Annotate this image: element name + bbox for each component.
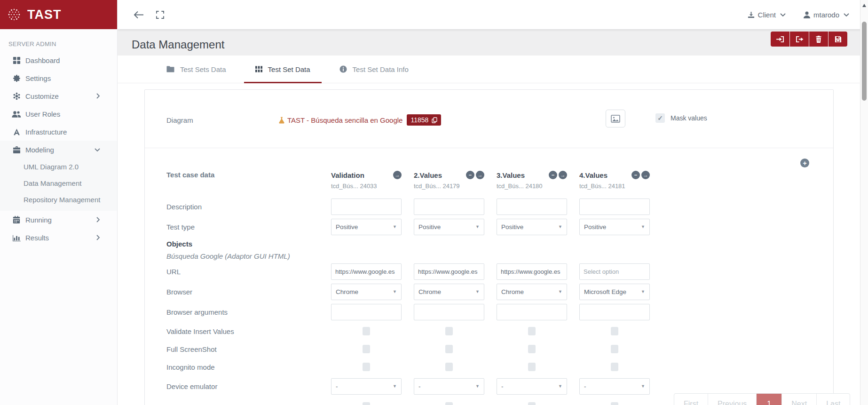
validate-insert-values-checkbox-4[interactable] [611,327,618,335]
tab-test-sets-data[interactable]: Test Sets Data [155,56,237,83]
minus-circle-icon[interactable]: − [549,171,557,179]
chevron-down-icon: ▼ [393,384,397,389]
url-input-2[interactable] [414,263,484,280]
import-button[interactable] [771,32,789,47]
diagram-id: 11858 [410,116,428,124]
sidebar-subitem-repository-management[interactable]: Repository Management [0,191,117,208]
page-next[interactable]: Next [782,394,817,405]
browser-select-1[interactable]: Chrome▼ [331,284,402,300]
device-emulator-select-3[interactable]: -▼ [497,378,567,395]
arrow-circle-icon[interactable]: → [476,171,484,179]
diagram-id-badge[interactable]: 11858 [407,114,441,126]
test-type-select-3[interactable]: Positive▼ [497,219,567,235]
sidebar-subitem-uml-diagram-2-0[interactable]: UML Diagram 2.0 [0,159,117,175]
full-screenshot-checkbox-3[interactable] [528,345,536,353]
page-previous[interactable]: Previous [708,394,757,405]
test-type-select-1[interactable]: Positive▼ [331,219,402,235]
copy-icon [432,117,437,123]
fullscreen-icon[interactable] [156,11,164,19]
diagram-link[interactable]: TAST - Búsqueda sencilla en Google [278,116,402,124]
mask-values-checkbox[interactable]: ✓ [655,113,665,123]
chevron-down-icon: ▼ [475,289,480,294]
device-emulator-select-1[interactable]: -▼ [331,378,402,395]
export-button[interactable] [790,32,809,47]
description-input-2[interactable] [414,199,484,215]
scrollbar-up-arrow[interactable] [862,4,866,7]
sidebar-item-customize[interactable]: Customize [0,87,117,105]
select-value: Chrome [418,288,441,295]
page-first[interactable]: First [674,394,708,405]
browser-select-3[interactable]: Chrome▼ [497,284,567,300]
url-input-1[interactable] [331,263,402,280]
sidebar-item-label: Customize [25,92,59,100]
validate-insert-values-checkbox-2[interactable] [445,327,453,335]
full-screenshot-checkbox-1[interactable] [363,345,370,353]
browser-select-2[interactable]: Chrome▼ [414,284,484,300]
page-last[interactable]: Last [817,394,850,405]
url-input-4[interactable] [579,263,650,280]
tab-test-set-data-info[interactable]: Test Set Data Info [328,56,420,83]
description-input-1[interactable] [331,199,402,215]
incognito-mode-checkbox-4[interactable] [611,363,618,371]
sidebar-subitem-data-management[interactable]: Data Management [0,175,117,191]
diagram-image-button[interactable] [606,110,625,127]
column-header-validation: Validation→tcd_Bús... 24033 [331,171,402,190]
user-menu-label: mtarodo [813,11,839,19]
page-1[interactable]: 1 [757,394,782,405]
incognito-mode-checkbox-3[interactable] [528,363,536,371]
validate-insert-values-checkbox-3[interactable] [528,327,536,335]
device-emulator-select-2[interactable]: -▼ [414,378,484,395]
minus-circle-icon[interactable]: − [631,171,640,179]
save-button[interactable] [829,32,847,47]
scrollbar-thumb[interactable] [862,22,867,101]
browser-arguments-input-3[interactable] [497,304,567,320]
column-title: Validation [331,171,364,179]
sidebar-item-infrastructure[interactable]: Infrastructure [0,123,117,141]
incognito-mode-checkbox-1[interactable] [363,363,370,371]
device-emulator-select-4[interactable]: -▼ [579,378,650,395]
extra-checkbox-4[interactable] [611,402,618,405]
arrow-circle-icon[interactable]: → [559,171,567,179]
test-type-select-4[interactable]: Positive▼ [579,219,650,235]
add-column-button[interactable]: + [800,159,809,167]
browser-select-4[interactable]: Microsoft Edge▼ [579,284,650,300]
test-set-data-card: Diagram TAST - Búsqueda sencilla en Goog… [144,89,834,405]
description-input-3[interactable] [497,199,567,215]
arrow-circle-icon[interactable]: → [393,171,402,179]
select-value: - [501,383,504,390]
browser-arguments-input-2[interactable] [414,304,484,320]
description-input-4[interactable] [579,199,650,215]
sidebar-item-settings[interactable]: Settings [0,69,117,87]
sidebar-item-user-roles[interactable]: User Roles [0,105,117,123]
chevron-down-icon: ▼ [393,289,397,294]
minus-circle-icon[interactable]: − [466,171,474,179]
extra-checkbox-3[interactable] [528,402,536,405]
sidebar-item-dashboard[interactable]: Dashboard [0,51,117,69]
row-label: Browser [166,288,331,296]
tab-test-set-data[interactable]: Test Set Data [244,56,322,83]
infrastructure-icon [12,128,21,135]
client-menu[interactable]: Client [748,11,786,19]
extra-checkbox-2[interactable] [445,402,453,405]
user-menu[interactable]: mtarodo [804,11,849,19]
arrow-circle-icon[interactable]: → [641,171,650,179]
chevron-right-icon [96,235,100,240]
column-subtitle: tcd_Bús... 24180 [497,183,567,190]
extra-checkbox-1[interactable] [363,402,370,405]
full-screenshot-checkbox-4[interactable] [611,345,618,353]
validate-insert-values-checkbox-1[interactable] [363,327,370,335]
sidebar-item-results[interactable]: Results [0,229,117,246]
back-icon[interactable] [134,11,144,19]
sidebar-item-label: Infrastructure [25,128,67,136]
url-input-3[interactable] [497,263,567,280]
browser-arguments-input-1[interactable] [331,304,402,320]
browser-arguments-input-4[interactable] [579,304,650,320]
scrollbar[interactable] [860,0,868,405]
chevron-down-icon: ▼ [475,384,480,389]
sidebar-item-modeling[interactable]: Modeling [0,141,117,159]
test-type-select-2[interactable]: Positive▼ [414,219,484,235]
incognito-mode-checkbox-2[interactable] [445,363,453,371]
delete-button[interactable] [809,32,828,47]
full-screenshot-checkbox-2[interactable] [445,345,453,353]
sidebar-item-running[interactable]: Running [0,211,117,229]
